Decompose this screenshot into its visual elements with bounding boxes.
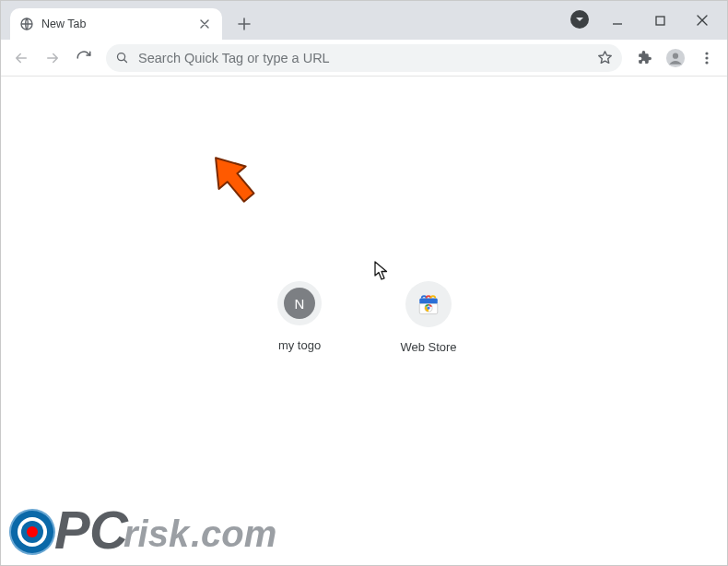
- svg-text:.com: .com: [191, 513, 276, 554]
- svg-point-6: [705, 56, 708, 59]
- shortcut-tile[interactable]: Web Store: [387, 281, 470, 354]
- svg-point-4: [673, 53, 678, 58]
- omnibox[interactable]: [106, 44, 622, 72]
- svg-point-7: [705, 61, 708, 64]
- new-tab-button[interactable]: [231, 11, 257, 37]
- minimize-button[interactable]: [596, 6, 639, 35]
- window-controls: [596, 1, 723, 40]
- tab-strip: New Tab: [1, 1, 727, 40]
- shortcut-label: my togo: [278, 338, 321, 352]
- svg-point-15: [27, 526, 38, 537]
- svg-rect-1: [656, 17, 664, 25]
- reload-button[interactable]: [69, 43, 99, 73]
- forward-button[interactable]: [38, 43, 67, 73]
- browser-tab[interactable]: New Tab: [10, 8, 222, 40]
- account-chip-icon[interactable]: [570, 10, 589, 29]
- back-button[interactable]: [6, 43, 36, 73]
- menu-button[interactable]: [692, 43, 722, 73]
- maximize-button[interactable]: [639, 6, 681, 35]
- shortcut-tile[interactable]: N my togo: [258, 281, 341, 354]
- shortcut-icon: N: [277, 281, 322, 325]
- bookmark-star-icon[interactable]: [597, 50, 613, 65]
- watermark: P C risk .com PCrisk.com: [8, 489, 294, 561]
- svg-point-11: [427, 306, 429, 309]
- webstore-icon: [405, 281, 452, 327]
- svg-text:P: P: [54, 500, 90, 560]
- window-close-button[interactable]: [681, 6, 723, 35]
- svg-text:risk: risk: [123, 513, 191, 554]
- new-tab-page: N my togo Web Stor: [1, 77, 727, 566]
- extensions-button[interactable]: [629, 43, 659, 73]
- address-input[interactable]: [138, 51, 588, 65]
- toolbar: [1, 40, 727, 77]
- tab-title: New Tab: [41, 18, 189, 30]
- search-icon: [115, 51, 129, 65]
- globe-icon: [19, 17, 34, 31]
- annotation-arrow-icon: [202, 147, 266, 216]
- shortcut-letter: N: [284, 288, 315, 319]
- shortcut-row: N my togo Web Stor: [258, 281, 470, 354]
- tab-close-icon[interactable]: [196, 16, 213, 32]
- profile-button[interactable]: [661, 43, 690, 73]
- shortcut-label: Web Store: [400, 340, 456, 354]
- svg-point-5: [705, 52, 708, 54]
